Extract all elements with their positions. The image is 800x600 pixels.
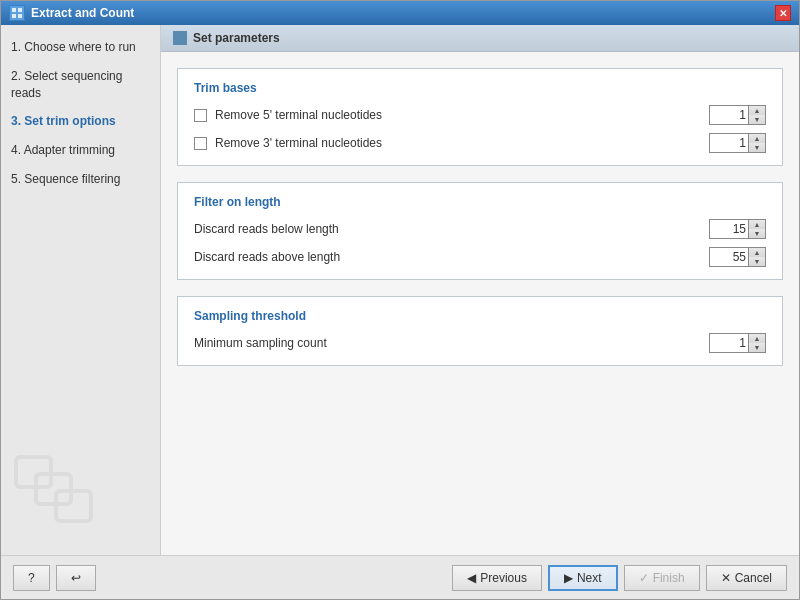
main-body: Trim bases Remove 5' terminal nucleotide… bbox=[161, 52, 799, 555]
main-area: Set parameters Trim bases Remove 5' term… bbox=[161, 25, 799, 555]
svg-rect-3 bbox=[18, 14, 22, 18]
trim-bases-title: Trim bases bbox=[194, 81, 766, 95]
remove5-spinner-buttons: ▲ ▼ bbox=[749, 105, 766, 125]
close-button[interactable]: ✕ bbox=[775, 5, 791, 21]
above-length-down-button[interactable]: ▼ bbox=[749, 257, 765, 266]
remove5-label: Remove 5' terminal nucleotides bbox=[215, 108, 701, 122]
below-length-label: Discard reads below length bbox=[194, 222, 701, 236]
finish-button[interactable]: ✓ Finish bbox=[624, 565, 700, 591]
min-count-input[interactable] bbox=[709, 333, 749, 353]
above-length-label: Discard reads above length bbox=[194, 250, 701, 264]
filter-length-section: Filter on length Discard reads below len… bbox=[177, 182, 783, 280]
bottom-right: ◀ Previous ▶ Next ✓ Finish ✕ Cancel bbox=[452, 565, 787, 591]
remove5-checkbox[interactable] bbox=[194, 109, 207, 122]
below-length-row: Discard reads below length ▲ ▼ bbox=[194, 219, 766, 239]
finish-label: Finish bbox=[653, 571, 685, 585]
remove5-input[interactable] bbox=[709, 105, 749, 125]
sidebar-item-adapter-trim[interactable]: 4. Adapter trimming bbox=[1, 136, 160, 165]
min-count-spinner-buttons: ▲ ▼ bbox=[749, 333, 766, 353]
sidebar-item-trim-options[interactable]: 3. Set trim options bbox=[1, 107, 160, 136]
cancel-label: Cancel bbox=[735, 571, 772, 585]
above-length-input[interactable] bbox=[709, 247, 749, 267]
next-arrow-icon: ▶ bbox=[564, 571, 573, 585]
svg-rect-0 bbox=[12, 8, 16, 12]
svg-rect-1 bbox=[18, 8, 22, 12]
remove5-row: Remove 5' terminal nucleotides ▲ ▼ bbox=[194, 105, 766, 125]
bottom-bar: ? ↩ ◀ Previous ▶ Next ✓ Finish ✕ Cancel bbox=[1, 555, 799, 599]
remove3-input[interactable] bbox=[709, 133, 749, 153]
next-label: Next bbox=[577, 571, 602, 585]
finish-check-icon: ✓ bbox=[639, 571, 649, 585]
remove5-down-button[interactable]: ▼ bbox=[749, 115, 765, 124]
min-count-spinner: ▲ ▼ bbox=[709, 333, 766, 353]
title-bar: Extract and Count ✕ bbox=[1, 1, 799, 25]
sidebar: 1. Choose where to run 2. Select sequenc… bbox=[1, 25, 161, 555]
sidebar-item-select-reads[interactable]: 2. Select sequencing reads bbox=[1, 62, 160, 108]
below-length-input[interactable] bbox=[709, 219, 749, 239]
above-length-spinner-buttons: ▲ ▼ bbox=[749, 247, 766, 267]
above-length-spinner: ▲ ▼ bbox=[709, 247, 766, 267]
sidebar-watermark bbox=[11, 452, 111, 535]
next-button[interactable]: ▶ Next bbox=[548, 565, 618, 591]
remove3-spinner-buttons: ▲ ▼ bbox=[749, 133, 766, 153]
filter-length-title: Filter on length bbox=[194, 195, 766, 209]
app-icon bbox=[9, 5, 25, 21]
remove3-row: Remove 3' terminal nucleotides ▲ ▼ bbox=[194, 133, 766, 153]
window-title: Extract and Count bbox=[31, 6, 134, 20]
remove5-spinner: ▲ ▼ bbox=[709, 105, 766, 125]
remove3-label: Remove 3' terminal nucleotides bbox=[215, 136, 701, 150]
remove3-down-button[interactable]: ▼ bbox=[749, 143, 765, 152]
previous-button[interactable]: ◀ Previous bbox=[452, 565, 542, 591]
header-title: Set parameters bbox=[193, 31, 280, 45]
sidebar-item-choose-where[interactable]: 1. Choose where to run bbox=[1, 33, 160, 62]
svg-rect-2 bbox=[12, 14, 16, 18]
min-count-up-button[interactable]: ▲ bbox=[749, 334, 765, 343]
reset-button[interactable]: ↩ bbox=[56, 565, 96, 591]
remove3-checkbox[interactable] bbox=[194, 137, 207, 150]
previous-arrow-icon: ◀ bbox=[467, 571, 476, 585]
remove3-up-button[interactable]: ▲ bbox=[749, 134, 765, 143]
remove5-up-button[interactable]: ▲ bbox=[749, 106, 765, 115]
sampling-section: Sampling threshold Minimum sampling coun… bbox=[177, 296, 783, 366]
header-icon bbox=[173, 31, 187, 45]
trim-bases-section: Trim bases Remove 5' terminal nucleotide… bbox=[177, 68, 783, 166]
min-count-row: Minimum sampling count ▲ ▼ bbox=[194, 333, 766, 353]
sampling-title: Sampling threshold bbox=[194, 309, 766, 323]
min-count-down-button[interactable]: ▼ bbox=[749, 343, 765, 352]
help-button[interactable]: ? bbox=[13, 565, 50, 591]
below-length-down-button[interactable]: ▼ bbox=[749, 229, 765, 238]
remove3-spinner: ▲ ▼ bbox=[709, 133, 766, 153]
below-length-spinner: ▲ ▼ bbox=[709, 219, 766, 239]
above-length-up-button[interactable]: ▲ bbox=[749, 248, 765, 257]
title-bar-left: Extract and Count bbox=[9, 5, 134, 21]
below-length-spinner-buttons: ▲ ▼ bbox=[749, 219, 766, 239]
previous-label: Previous bbox=[480, 571, 527, 585]
cancel-x-icon: ✕ bbox=[721, 571, 731, 585]
cancel-button[interactable]: ✕ Cancel bbox=[706, 565, 787, 591]
below-length-up-button[interactable]: ▲ bbox=[749, 220, 765, 229]
min-count-label: Minimum sampling count bbox=[194, 336, 701, 350]
content-area: 1. Choose where to run 2. Select sequenc… bbox=[1, 25, 799, 555]
main-header: Set parameters bbox=[161, 25, 799, 52]
bottom-left: ? ↩ bbox=[13, 565, 96, 591]
above-length-row: Discard reads above length ▲ ▼ bbox=[194, 247, 766, 267]
sidebar-item-seq-filter[interactable]: 5. Sequence filtering bbox=[1, 165, 160, 194]
main-window: Extract and Count ✕ 1. Choose where to r… bbox=[0, 0, 800, 600]
